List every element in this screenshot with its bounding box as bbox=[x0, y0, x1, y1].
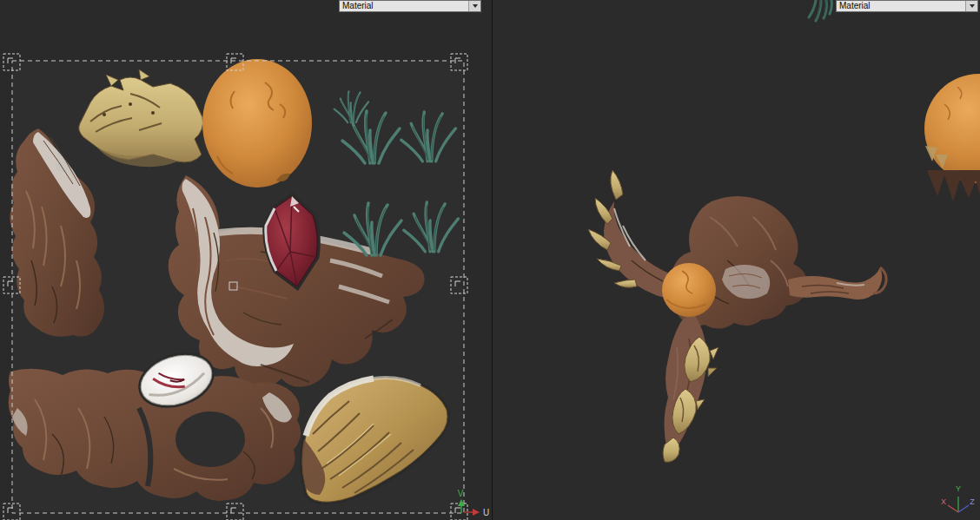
axis-u-arrow-icon bbox=[473, 509, 480, 516]
model-branch-creature[interactable] bbox=[588, 170, 886, 462]
model-seagrass[interactable] bbox=[809, 0, 831, 21]
uv-mapping-application: V U Material bbox=[0, 0, 980, 520]
uv-axis-gizmo: V U bbox=[458, 489, 490, 517]
viewport-3d-pane[interactable]: Y X Z Material bbox=[493, 0, 980, 520]
chevron-down-icon bbox=[468, 1, 480, 11]
viewport-material-dropdown-label: Material bbox=[837, 1, 965, 11]
axis-z-label: Z bbox=[970, 497, 975, 506]
model-orange-sphere-partial[interactable] bbox=[924, 74, 980, 201]
chevron-down-icon bbox=[965, 1, 977, 11]
uv-editor-pane[interactable]: V U Material bbox=[0, 0, 492, 520]
uv-material-dropdown-label: Material bbox=[340, 1, 468, 11]
uv-canvas[interactable]: V U bbox=[0, 0, 492, 520]
axis-y-label: Y bbox=[956, 484, 961, 493]
uv-material-dropdown[interactable]: Material bbox=[339, 0, 481, 12]
viewport-material-dropdown[interactable]: Material bbox=[836, 0, 978, 12]
axis-x-label: X bbox=[941, 497, 946, 506]
viewport-canvas[interactable]: Y X Z bbox=[493, 0, 980, 520]
axis-u-label: U bbox=[483, 508, 489, 517]
uv-island-orange-sphere[interactable] bbox=[202, 59, 312, 188]
axis-v-label: V bbox=[458, 489, 464, 498]
viewport-axis-gizmo: Y X Z bbox=[941, 484, 975, 512]
